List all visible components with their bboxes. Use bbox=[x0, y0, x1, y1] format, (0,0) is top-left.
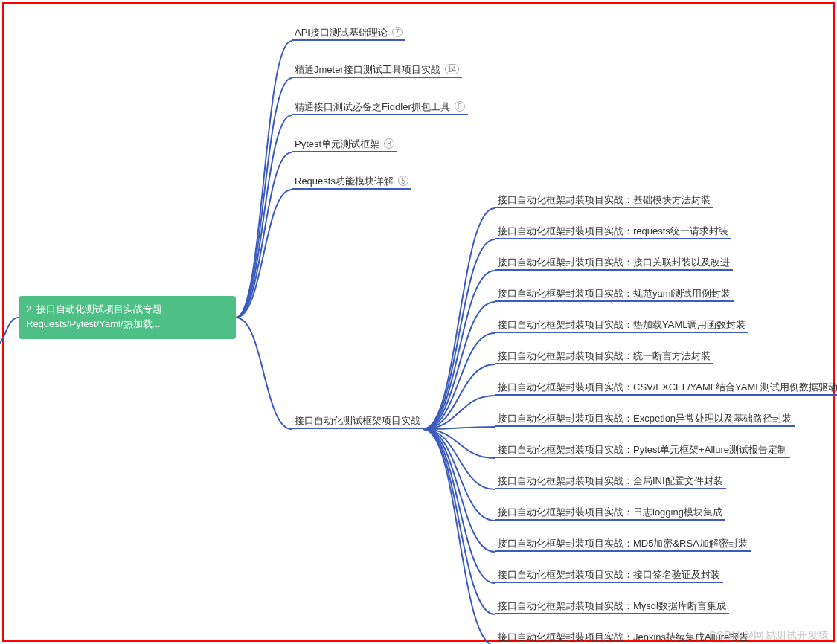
level2-node[interactable]: 接口自动化框架封装项目实战：CSV/EXCEL/YAML结合YAML测试用例数据… bbox=[495, 381, 837, 396]
level1-label: Pytest单元测试框架 bbox=[295, 138, 379, 149]
count-badge: 8 bbox=[455, 101, 465, 112]
level1-node[interactable]: 接口自动化测试框架项目实战 bbox=[292, 414, 423, 429]
level2-label: 接口自动化框架封装项目实战：日志logging模块集成 bbox=[498, 506, 722, 518]
level2-label: 接口自动化框架封装项目实战：接口关联封装以及改进 bbox=[498, 257, 730, 268]
level2-node[interactable]: 接口自动化框架封装项目实战：基础模块方法封装 bbox=[495, 193, 713, 208]
root-number: 2. bbox=[26, 303, 34, 315]
level1-label: Requests功能模块详解 bbox=[295, 176, 394, 187]
level2-label: 接口自动化框架封装项目实战：MD5加密&RSA加解密封装 bbox=[498, 538, 748, 549]
level2-node[interactable]: 接口自动化框架封装项目实战：热加载YAML调用函数封装 bbox=[495, 318, 748, 333]
level1-node[interactable]: Requests功能模块详解5 bbox=[292, 175, 411, 190]
level2-label: 接口自动化框架封装项目实战：Excpetion异常处理以及基础路径封装 bbox=[498, 413, 792, 424]
level2-node[interactable]: 接口自动化框架封装项目实战：MD5加密&RSA加解密封装 bbox=[495, 537, 751, 552]
level2-label: 接口自动化框架封装项目实战：热加载YAML调用函数封装 bbox=[498, 319, 745, 330]
count-badge: 5 bbox=[398, 176, 408, 186]
level2-node[interactable]: 接口自动化框架封装项目实战：Mysql数据库断言集成 bbox=[495, 599, 729, 614]
level2-label: 接口自动化框架封装项目实战：规范yaml测试用例封装 bbox=[498, 288, 731, 299]
level1-label: 精通Jmeter接口测试工具项目实战 bbox=[295, 64, 440, 75]
level1-label: 精通接口测试必备之Fiddler抓包工具 bbox=[295, 101, 450, 112]
count-badge: 7 bbox=[392, 27, 403, 37]
root-line1: 接口自动化测试项目实战专题 bbox=[36, 303, 162, 315]
level2-label: 接口自动化框架封装项目实战：Pytest单元框架+Allure测试报告定制 bbox=[498, 444, 787, 455]
level2-label: 接口自动化框架封装项目实战：requests统一请求封装 bbox=[498, 225, 728, 236]
level2-node[interactable]: 接口自动化框架封装项目实战：Pytest单元框架+Allure测试报告定制 bbox=[495, 443, 790, 458]
level2-node[interactable]: 接口自动化框架封装项目实战：全局INI配置文件封装 bbox=[495, 474, 726, 489]
level1-node[interactable]: 精通接口测试必备之Fiddler抓包工具8 bbox=[292, 100, 468, 115]
count-badge: 14 bbox=[445, 64, 459, 74]
level2-label: 接口自动化框架封装项目实战：接口签名验证及封装 bbox=[498, 569, 720, 580]
level2-label: 接口自动化框架封装项目实战：全局INI配置文件封装 bbox=[498, 475, 723, 486]
level1-node[interactable]: Pytest单元测试框架8 bbox=[292, 138, 397, 152]
level2-node[interactable]: 接口自动化框架封装项目实战：requests统一请求封装 bbox=[495, 225, 731, 239]
count-badge: 8 bbox=[384, 138, 394, 149]
level2-label: 接口自动化框架封装项目实战：CSV/EXCEL/YAML结合YAML测试用例数据… bbox=[498, 381, 837, 393]
level2-node[interactable]: 接口自动化框架封装项目实战：日志logging模块集成 bbox=[495, 506, 725, 521]
watermark: CSDN @网易测试开发猿 bbox=[709, 629, 830, 643]
level2-label: 接口自动化框架封装项目实战：统一断言方法封装 bbox=[498, 350, 711, 361]
level2-label: 接口自动化框架封装项目实战：Mysql数据库断言集成 bbox=[498, 600, 726, 611]
root-node[interactable]: 2. 接口自动化测试项目实战专题 Requests/Pytest/Yaml/热加… bbox=[19, 296, 236, 339]
level1-label: API接口测试基础理论 bbox=[295, 27, 388, 38]
level2-node[interactable]: 接口自动化框架封装项目实战：接口关联封装以及改进 bbox=[495, 256, 733, 271]
level1-node[interactable]: API接口测试基础理论7 bbox=[292, 26, 405, 41]
level2-node[interactable]: 接口自动化框架封装项目实战：规范yaml测试用例封装 bbox=[495, 287, 734, 302]
level1-label: 接口自动化测试框架项目实战 bbox=[295, 415, 420, 426]
level2-node[interactable]: 接口自动化框架封装项目实战：统一断言方法封装 bbox=[495, 350, 713, 364]
root-line2: Requests/Pytest/Yaml/热加载... bbox=[26, 318, 160, 329]
level2-node[interactable]: 接口自动化框架封装项目实战：接口签名验证及封装 bbox=[495, 568, 723, 583]
level1-node[interactable]: 精通Jmeter接口测试工具项目实战14 bbox=[292, 63, 462, 78]
level2-label: 接口自动化框架封装项目实战：基础模块方法封装 bbox=[498, 194, 711, 205]
level2-node[interactable]: 接口自动化框架封装项目实战：Excpetion异常处理以及基础路径封装 bbox=[495, 412, 795, 427]
